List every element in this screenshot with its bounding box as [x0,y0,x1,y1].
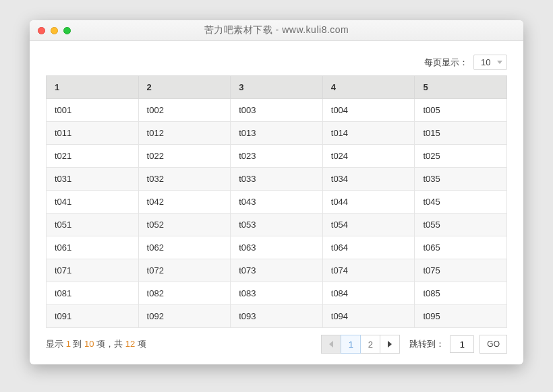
pager-prev-button[interactable] [321,335,341,354]
window-controls [38,27,71,34]
table-row: t091t092t093t094t095 [47,305,507,328]
table-cell: t044 [322,191,415,214]
table-row: t081t082t083t084t085 [47,282,507,305]
table-cell: t085 [415,282,507,305]
table-row: t061t062t063t064t065 [47,236,507,259]
table-cell: t075 [415,259,507,282]
table-cell: t093 [231,305,323,328]
close-icon[interactable] [38,27,45,34]
table-cell: t021 [47,145,139,168]
table-cell: t061 [47,236,139,259]
table-cell: t023 [231,145,323,168]
table-cell: t055 [415,214,507,236]
info-to: 10 [84,339,94,349]
table-cell: t015 [415,122,507,145]
table-cell: t035 [415,168,507,191]
table-cell: t001 [47,99,139,122]
content-area: 每页显示： 10 12345 t001t002t003t004t005t011t… [30,41,523,364]
pager-next-button[interactable] [380,335,400,354]
info-total: 12 [125,339,135,349]
column-header[interactable]: 2 [138,76,231,99]
column-header[interactable]: 4 [322,76,415,99]
table-cell: t043 [231,191,323,214]
table-cell: t062 [138,236,231,259]
table-cell: t045 [415,191,507,214]
table-cell: t024 [322,145,415,168]
table-cell: t013 [231,122,323,145]
pager-page-button[interactable]: 2 [360,335,380,354]
length-control: 每页显示： 10 [46,55,507,70]
table-info: 显示 1 到 10 项，共 12 项 [46,338,146,350]
table-cell: t051 [47,214,139,236]
table-cell: t042 [138,191,231,214]
table-row: t051t052t053t054t055 [47,214,507,236]
jump-input[interactable] [450,335,474,353]
table-cell: t002 [138,99,231,122]
data-table: 12345 t001t002t003t004t005t011t012t013t0… [46,75,507,328]
table-cell: t052 [138,214,231,236]
table-footer: 显示 1 到 10 项，共 12 项 12 跳转到： GO [46,335,507,354]
table-cell: t084 [322,282,415,305]
table-cell: t072 [138,259,231,282]
pager-page-button[interactable]: 1 [341,335,361,354]
titlebar: 苦力吧素材下载 - www.kuli8.com [30,20,523,41]
table-row: t031t032t033t034t035 [47,168,507,191]
info-from: 1 [66,339,71,349]
jump-label: 跳转到： [409,338,444,350]
column-header[interactable]: 3 [231,76,323,99]
table-cell: t022 [138,145,231,168]
table-cell: t011 [47,122,139,145]
caret-left-icon [329,341,333,348]
minimize-icon[interactable] [51,27,58,34]
table-cell: t091 [47,305,139,328]
table-cell: t081 [47,282,139,305]
table-cell: t083 [231,282,323,305]
zoom-icon[interactable] [63,27,71,34]
table-cell: t031 [47,168,139,191]
table-cell: t071 [47,259,139,282]
pager: 12 [321,335,400,354]
table-cell: t025 [415,145,507,168]
column-header[interactable]: 5 [415,76,507,99]
table-cell: t094 [322,305,415,328]
column-header[interactable]: 1 [47,76,139,99]
table-cell: t053 [231,214,323,236]
jump-control: 跳转到： GO [409,335,507,354]
table-cell: t064 [322,236,415,259]
length-value: 10 [481,57,493,67]
table-cell: t003 [231,99,323,122]
go-button[interactable]: GO [479,335,507,354]
table-cell: t034 [322,168,415,191]
table-cell: t074 [322,259,415,282]
table-cell: t095 [415,305,507,328]
table-cell: t014 [322,122,415,145]
pager-group: 12 跳转到： GO [321,335,507,354]
length-select[interactable]: 10 [473,55,507,70]
table-row: t021t022t023t024t025 [47,145,507,168]
length-label: 每页显示： [424,57,468,69]
app-window: 苦力吧素材下载 - www.kuli8.com 每页显示： 10 12345 t… [30,20,523,364]
table-cell: t041 [47,191,139,214]
table-cell: t005 [415,99,507,122]
table-cell: t054 [322,214,415,236]
table-row: t011t012t013t014t015 [47,122,507,145]
table-cell: t082 [138,282,231,305]
table-cell: t004 [322,99,415,122]
table-cell: t012 [138,122,231,145]
caret-right-icon [388,341,392,348]
table-row: t001t002t003t004t005 [47,99,507,122]
table-row: t041t042t043t044t045 [47,191,507,214]
table-row: t071t072t073t074t075 [47,259,507,282]
table-cell: t063 [231,236,323,259]
table-cell: t092 [138,305,231,328]
table-cell: t073 [231,259,323,282]
window-title: 苦力吧素材下载 - www.kuli8.com [204,24,349,36]
table-cell: t033 [231,168,323,191]
chevron-down-icon [497,61,502,64]
table-cell: t065 [415,236,507,259]
table-cell: t032 [138,168,231,191]
